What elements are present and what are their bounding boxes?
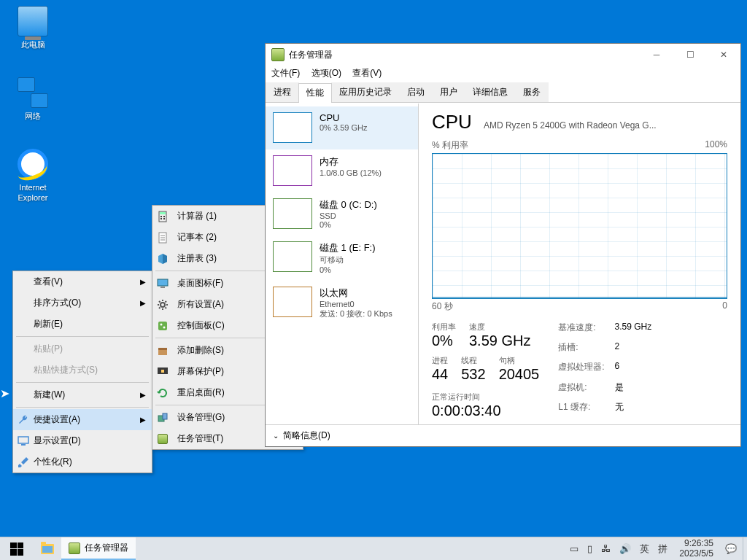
axis-label: 100%: [705, 139, 727, 152]
brush-icon: [18, 456, 29, 468]
tab-performance[interactable]: 性能: [298, 83, 332, 103]
task-manager-icon: [69, 542, 80, 554]
calculator-icon: [157, 211, 169, 222]
menu-paste-shortcut: 粘贴快捷方式(S): [13, 359, 152, 381]
titlebar[interactable]: 任务管理器 ─ ☐ ✕: [266, 44, 740, 66]
monitor-icon: [18, 435, 29, 447]
tray-security-icon[interactable]: ▯: [587, 543, 592, 554]
svg-rect-13: [160, 287, 165, 288]
tray-network-icon[interactable]: 🖧: [601, 543, 611, 554]
desktop-icon-network[interactable]: 网络: [6, 77, 60, 122]
tab-startup[interactable]: 启动: [399, 82, 433, 102]
footer-toggle-brief[interactable]: ⌄ 简略信息(D): [266, 424, 740, 446]
task-manager-icon: [271, 48, 285, 61]
network-icon: [18, 77, 48, 108]
refresh-icon: [157, 387, 169, 399]
tab-users[interactable]: 用户: [432, 82, 465, 102]
tray-up-icon[interactable]: ▭: [570, 543, 578, 554]
system-tray: ▭ ▯ 🖧 🔊 英 拼 9:26:352023/5/5 💬: [564, 537, 743, 560]
tab-services[interactable]: 服务: [515, 82, 549, 102]
nav-disk0[interactable]: 磁盘 0 (C: D:)SSD0%: [266, 192, 418, 236]
nav-ethernet[interactable]: 以太网Ethernet0发送: 0 接收: 0 Kbps: [266, 281, 418, 326]
svg-point-5: [163, 216, 165, 217]
tab-details[interactable]: 详细信息: [465, 82, 516, 102]
taskbar: 任务管理器 ▭ ▯ 🖧 🔊 英 拼 9:26:352023/5/5 💬: [0, 537, 747, 560]
minimize-button[interactable]: ─: [640, 44, 673, 66]
performance-nav: CPU0% 3.59 GHz 内存1.0/8.0 GB (12%) 磁盘 0 (…: [266, 104, 419, 424]
desktop-icon-pc[interactable]: 此电脑: [6, 6, 60, 50]
svg-point-14: [160, 303, 165, 307]
axis-label: 0: [722, 300, 727, 313]
tab-app-history[interactable]: 应用历史记录: [331, 82, 400, 102]
monitor-lock-icon: [157, 366, 169, 378]
svg-point-7: [163, 218, 165, 219]
menu-personalize[interactable]: 个性化(R): [13, 451, 152, 472]
package-icon: [157, 345, 169, 357]
svg-rect-23: [163, 413, 167, 419]
menu-paste: 粘贴(P): [13, 338, 152, 359]
menu-quick-settings[interactable]: 便捷设置(A)▶: [13, 409, 152, 430]
tab-processes[interactable]: 进程: [266, 82, 299, 102]
tray-ime1[interactable]: 英: [640, 542, 649, 556]
chevron-down-icon: ⌄: [273, 432, 279, 440]
disk-thumb-icon: [273, 198, 312, 229]
chevron-right-icon: ▶: [140, 416, 146, 424]
tray-ime2[interactable]: 拼: [658, 542, 667, 556]
sliders-icon: [157, 320, 169, 332]
svg-rect-15: [158, 322, 167, 330]
device-icon: [157, 412, 169, 424]
taskbar-file-explorer[interactable]: [34, 537, 61, 560]
task-manager-window: 任务管理器 ─ ☐ ✕ 文件(F) 选项(O) 查看(V) 进程 性能 应用历史…: [265, 43, 741, 447]
svg-rect-1: [21, 444, 26, 446]
performance-detail: CPU AMD Ryzen 5 2400G with Radeon Vega G…: [419, 104, 740, 424]
close-button[interactable]: ✕: [707, 44, 740, 66]
chevron-right-icon: ▶: [140, 278, 146, 286]
tray-volume-icon[interactable]: 🔊: [619, 543, 631, 554]
notepad-icon: [157, 232, 169, 244]
desktop-icon-label: 网络: [25, 112, 41, 120]
gear-icon: [157, 299, 169, 311]
svg-point-16: [160, 323, 163, 325]
chevron-right-icon: ▶: [140, 299, 146, 307]
network-thumb-icon: [273, 287, 312, 317]
window-title: 任务管理器: [289, 49, 640, 61]
start-button[interactable]: [0, 537, 34, 560]
svg-rect-3: [160, 212, 166, 214]
context-menu-group: 查看(V)▶ 排序方式(O)▶ 刷新(E) 粘贴(P) 粘贴快捷方式(S) 新建…: [12, 271, 303, 473]
cpu-model: AMD Ryzen 5 2400G with Radeon Vega G...: [484, 120, 727, 131]
cube-icon: [157, 253, 169, 265]
menu-display-settings[interactable]: 显示设置(D): [13, 430, 152, 451]
svg-point-17: [163, 326, 166, 328]
nav-memory[interactable]: 内存1.0/8.0 GB (12%): [266, 149, 418, 192]
menu-view[interactable]: 查看(V): [352, 68, 382, 78]
context-menu: 查看(V)▶ 排序方式(O)▶ 刷新(E) 粘贴(P) 粘贴快捷方式(S) 新建…: [12, 271, 152, 473]
menu-file[interactable]: 文件(F): [271, 68, 300, 78]
disk-thumb-icon: [273, 241, 312, 272]
cpu-thumb-icon: [273, 112, 312, 143]
maximize-button[interactable]: ☐: [673, 44, 707, 66]
wrench-icon: [18, 414, 29, 426]
desktop-icon-ie[interactable]: Internet Explorer: [6, 149, 60, 203]
windows-icon: [10, 542, 23, 556]
menu-new[interactable]: 新建(W)▶: [13, 384, 152, 405]
tray-clock[interactable]: 9:26:352023/5/5: [676, 539, 716, 559]
svg-rect-21: [161, 370, 164, 373]
desktop-icon: [157, 278, 169, 289]
show-desktop-button[interactable]: [743, 537, 747, 560]
axis-label: 60 秒: [432, 300, 453, 313]
menu-view[interactable]: 查看(V)▶: [13, 271, 152, 292]
cpu-utilization-chart: [432, 153, 727, 299]
nav-cpu[interactable]: CPU0% 3.59 GHz: [266, 106, 418, 149]
menu-options[interactable]: 选项(O): [311, 68, 341, 78]
menu-sort[interactable]: 排序方式(O)▶: [13, 292, 152, 314]
svg-rect-0: [18, 437, 28, 443]
svg-point-6: [160, 218, 162, 219]
svg-rect-12: [158, 279, 168, 286]
task-manager-icon: [157, 433, 169, 445]
nav-disk1[interactable]: 磁盘 1 (E: F:)可移动0%: [266, 236, 418, 281]
taskbar-task-manager[interactable]: 任务管理器: [61, 537, 136, 560]
menu-refresh[interactable]: 刷新(E): [13, 314, 152, 335]
tray-notifications-icon[interactable]: 💬: [725, 543, 737, 554]
chevron-right-icon: ▶: [140, 391, 146, 399]
cpu-heading: CPU: [432, 111, 472, 133]
